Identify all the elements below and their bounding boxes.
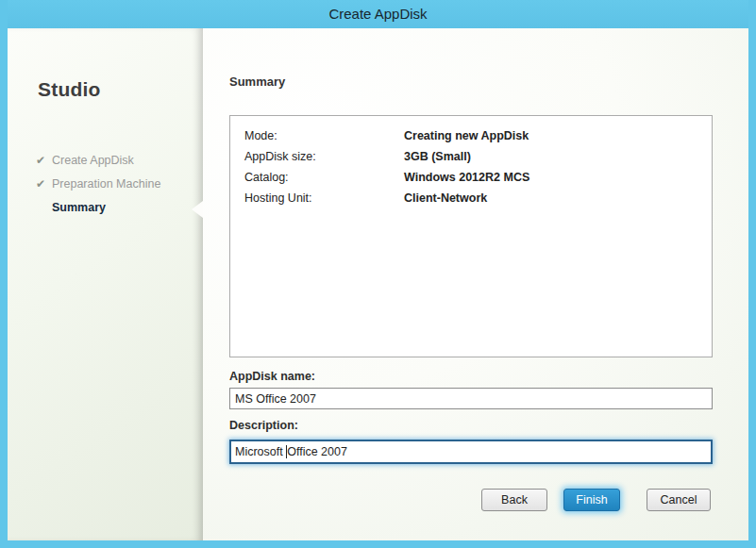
content-panel: Summary Mode: Creating new AppDisk AppDi… — [203, 28, 748, 540]
step-label: Summary — [52, 201, 106, 214]
description-text-before-caret: Microsoft — [235, 445, 286, 458]
appdisk-name-input[interactable] — [229, 388, 713, 409]
dialog-body: Studio ✔ Create AppDisk ✔ Preparation Ma… — [8, 28, 748, 540]
description-label: Description: — [229, 419, 298, 432]
check-icon: ✔ — [36, 177, 52, 191]
titlebar[interactable]: Create AppDisk — [8, 0, 748, 28]
finish-button[interactable]: Finish — [563, 489, 620, 511]
summary-value: 3GB (Small) — [404, 150, 471, 163]
summary-label: Hosting Unit: — [244, 191, 404, 205]
summary-row-appdisk-size: AppDisk size: 3GB (Small) — [230, 146, 712, 167]
window-title: Create AppDisk — [328, 6, 427, 22]
back-button[interactable]: Back — [481, 489, 547, 511]
step-create-appdisk: ✔ Create AppDisk — [36, 148, 160, 172]
cancel-button[interactable]: Cancel — [647, 489, 711, 511]
studio-brand: Studio — [38, 78, 101, 101]
summary-label: Mode: — [244, 129, 404, 142]
wizard-sidebar: Studio ✔ Create AppDisk ✔ Preparation Ma… — [8, 28, 203, 540]
wizard-steps: ✔ Create AppDisk ✔ Preparation Machine S… — [36, 148, 160, 219]
summary-label: AppDisk size: — [244, 150, 404, 163]
step-preparation-machine: ✔ Preparation Machine — [36, 172, 160, 195]
current-step-notch — [192, 201, 203, 218]
summary-label: Catalog: — [244, 171, 404, 184]
create-appdisk-window: Create AppDisk Studio ✔ Create AppDisk ✔… — [0, 0, 756, 548]
summary-value: Client-Network — [404, 191, 487, 205]
summary-box: Mode: Creating new AppDisk AppDisk size:… — [229, 115, 713, 357]
appdisk-name-label: AppDisk name: — [229, 370, 315, 383]
step-summary: Summary — [36, 195, 160, 219]
description-input[interactable]: Microsoft Office 2007 — [229, 440, 713, 464]
step-label: Preparation Machine — [52, 177, 160, 191]
description-text-after-caret: Office 2007 — [287, 445, 347, 458]
page-title: Summary — [229, 75, 285, 89]
summary-row-mode: Mode: Creating new AppDisk — [230, 125, 712, 146]
summary-value: Windows 2012R2 MCS — [404, 171, 529, 184]
check-icon: ✔ — [36, 154, 52, 167]
summary-row-hosting-unit: Hosting Unit: Client-Network — [230, 188, 712, 208]
summary-value: Creating new AppDisk — [404, 129, 529, 142]
step-label: Create AppDisk — [52, 154, 134, 167]
summary-row-catalog: Catalog: Windows 2012R2 MCS — [230, 167, 712, 188]
